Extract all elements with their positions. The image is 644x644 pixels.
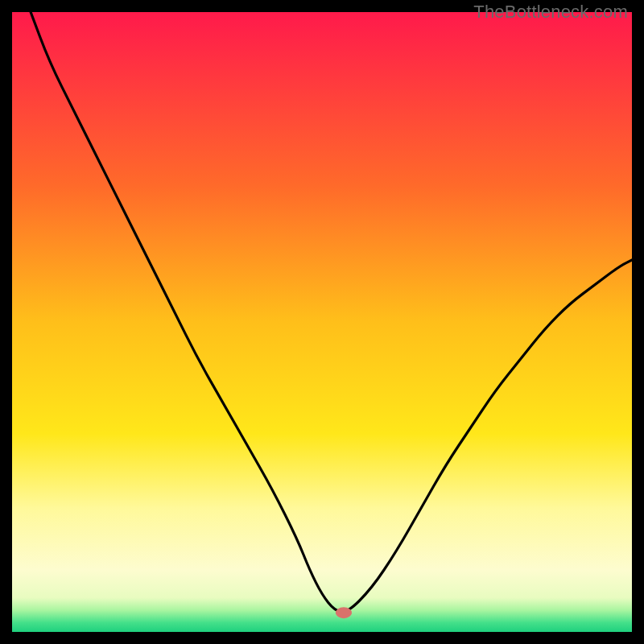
watermark-text: TheBottleneck.com — [473, 2, 628, 23]
chart-frame — [12, 12, 632, 632]
optimal-point-marker — [336, 607, 352, 618]
bottleneck-chart — [12, 12, 632, 632]
gradient-background — [12, 12, 632, 632]
